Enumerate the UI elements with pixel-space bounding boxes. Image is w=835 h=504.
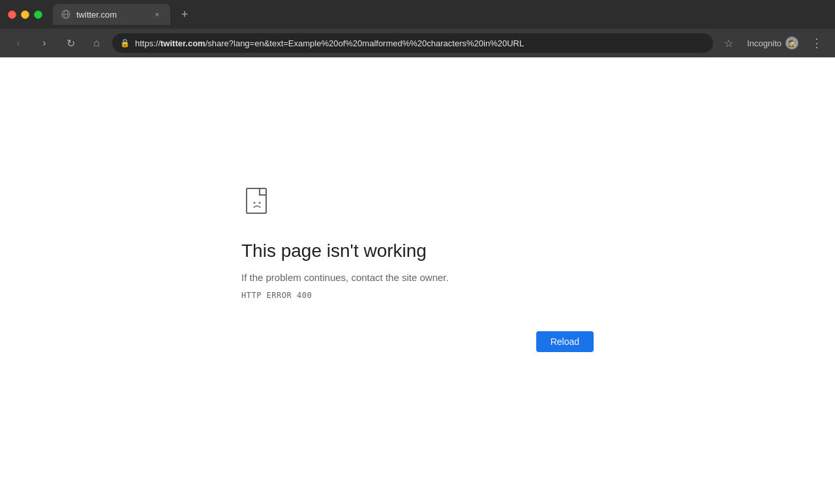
forward-icon: › bbox=[42, 37, 46, 49]
address-url: https://twitter.com/share?lang=en&text=E… bbox=[135, 38, 705, 48]
tab-close-button[interactable]: × bbox=[152, 9, 162, 20]
menu-icon: ⋮ bbox=[811, 36, 823, 50]
error-icon bbox=[241, 186, 275, 222]
minimize-window-button[interactable] bbox=[21, 10, 29, 19]
address-domain: twitter.com bbox=[160, 38, 205, 48]
browser-tab[interactable]: twitter.com × bbox=[53, 4, 170, 25]
reload-page-button[interactable]: Reload bbox=[536, 331, 594, 352]
bookmark-icon: ☆ bbox=[724, 37, 733, 50]
back-button[interactable]: ‹ bbox=[8, 33, 29, 53]
nav-right-controls: ☆ Incognito 🕵 ⋮ bbox=[718, 33, 827, 53]
incognito-label: Incognito bbox=[747, 38, 782, 48]
back-icon: ‹ bbox=[16, 37, 20, 49]
tab-favicon bbox=[61, 9, 71, 20]
svg-text:🕵: 🕵 bbox=[788, 39, 797, 48]
browser-chrome: twitter.com × + ‹ › ↻ ⌂ 🔒 https://twitte… bbox=[0, 0, 835, 57]
browser-menu-button[interactable]: ⋮ bbox=[806, 33, 827, 53]
address-bar[interactable]: 🔒 https://twitter.com/share?lang=en&text… bbox=[112, 33, 713, 53]
reload-button[interactable]: ↻ bbox=[60, 33, 81, 53]
error-title: This page isn't working bbox=[241, 241, 427, 261]
title-bar: twitter.com × + bbox=[0, 0, 835, 29]
error-code: HTTP ERROR 400 bbox=[241, 291, 312, 300]
svg-point-6 bbox=[254, 202, 256, 204]
tab-title: twitter.com bbox=[76, 10, 147, 20]
home-icon: ⌂ bbox=[93, 37, 100, 49]
reload-icon: ↻ bbox=[67, 37, 75, 50]
incognito-badge: Incognito 🕵 bbox=[742, 34, 804, 52]
home-button[interactable]: ⌂ bbox=[86, 33, 107, 53]
address-protocol: https:// bbox=[135, 38, 160, 48]
incognito-icon: 🕵 bbox=[785, 37, 798, 50]
bookmark-button[interactable]: ☆ bbox=[718, 33, 739, 53]
error-document-icon bbox=[241, 186, 275, 220]
address-path: /share?lang=en&text=Example%20of%20malfo… bbox=[205, 38, 524, 48]
error-subtitle: If the problem continues, contact the si… bbox=[241, 272, 449, 283]
new-tab-button[interactable]: + bbox=[175, 5, 194, 23]
page-content: This page isn't working If the problem c… bbox=[0, 57, 835, 504]
maximize-window-button[interactable] bbox=[34, 10, 42, 19]
traffic-lights bbox=[8, 10, 42, 19]
close-window-button[interactable] bbox=[8, 10, 16, 19]
svg-point-7 bbox=[259, 202, 261, 204]
error-container: This page isn't working If the problem c… bbox=[215, 186, 620, 352]
reload-btn-wrapper: Reload bbox=[241, 331, 594, 352]
forward-button[interactable]: › bbox=[34, 33, 55, 53]
lock-icon: 🔒 bbox=[120, 38, 130, 48]
nav-bar: ‹ › ↻ ⌂ 🔒 https://twitter.com/share?lang… bbox=[0, 29, 835, 57]
svg-rect-5 bbox=[247, 188, 266, 213]
